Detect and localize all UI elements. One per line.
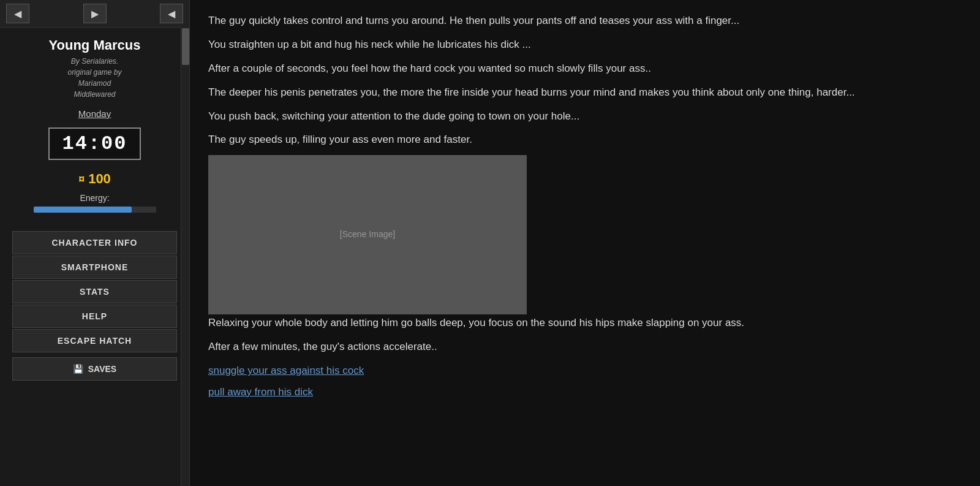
saves-button[interactable]: 💾 SAVES <box>12 357 177 381</box>
paragraph-0: The guy quickly takes control and turns … <box>208 12 962 30</box>
nav-bar: ◀ ▶ ◀ <box>0 0 189 28</box>
paragraph-3: The deeper his penis penetrates you, the… <box>208 84 962 102</box>
currency-amount: 100 <box>88 171 111 187</box>
main-content: The guy quickly takes control and turns … <box>190 0 980 486</box>
paragraph-7: After a few minutes, the guy's actions a… <box>208 338 962 356</box>
menu-button[interactable]: ◀ <box>160 4 183 23</box>
menu-btn-smartphone[interactable]: SMARTPHONE <box>12 256 177 279</box>
sidebar: ◀ ▶ ◀ Young Marcus By Serialaries. origi… <box>0 0 190 486</box>
back-button[interactable]: ◀ <box>6 4 29 23</box>
paragraph-6: Relaxing your whole body and letting him… <box>208 314 962 332</box>
time-display: 14:00 <box>48 127 140 160</box>
energy-bar <box>34 207 132 213</box>
paragraphs-container: The guy quickly takes control and turns … <box>208 12 962 149</box>
currency-row: ¤ 100 <box>78 171 111 187</box>
paragraph-4: You push back, switching your attention … <box>208 108 962 126</box>
menu-buttons: CHARACTER INFOSMARTPHONESTATSHELPESCAPE … <box>0 231 189 352</box>
energy-bar-container <box>34 207 156 213</box>
menu-btn-help[interactable]: HELP <box>12 305 177 328</box>
paragraphs-container-2: Relaxing your whole body and letting him… <box>208 314 962 356</box>
choice-choice-snuggle[interactable]: snuggle your ass against his cock <box>208 362 962 380</box>
title-sub: By Serialaries. original game by Mariamo… <box>49 56 141 100</box>
day-display[interactable]: Monday <box>78 108 111 119</box>
menu-btn-escape-hatch[interactable]: ESCAPE HATCH <box>12 329 177 352</box>
scroll-track[interactable] <box>181 27 189 486</box>
saves-label: SAVES <box>88 364 116 374</box>
game-title: Young Marcus By Serialaries. original ga… <box>43 37 147 100</box>
title-main: Young Marcus <box>49 37 141 53</box>
paragraph-1: You straighten up a bit and hug his neck… <box>208 36 962 54</box>
menu-btn-stats[interactable]: STATS <box>12 280 177 303</box>
choices-container: snuggle your ass against his cockpull aw… <box>208 362 962 401</box>
currency-icon: ¤ <box>78 173 85 186</box>
paragraph-2: After a couple of seconds, you feel how … <box>208 60 962 78</box>
choice-choice-pull[interactable]: pull away from his dick <box>208 384 962 401</box>
scroll-thumb[interactable] <box>182 28 189 65</box>
menu-btn-character-info[interactable]: CHARACTER INFO <box>12 231 177 254</box>
scene-image: [Scene Image] <box>208 155 527 314</box>
saves-icon: 💾 <box>73 364 83 374</box>
forward-button[interactable]: ▶ <box>83 4 107 23</box>
energy-label: Energy: <box>80 193 109 203</box>
paragraph-5: The guy speeds up, filling your ass even… <box>208 131 962 149</box>
